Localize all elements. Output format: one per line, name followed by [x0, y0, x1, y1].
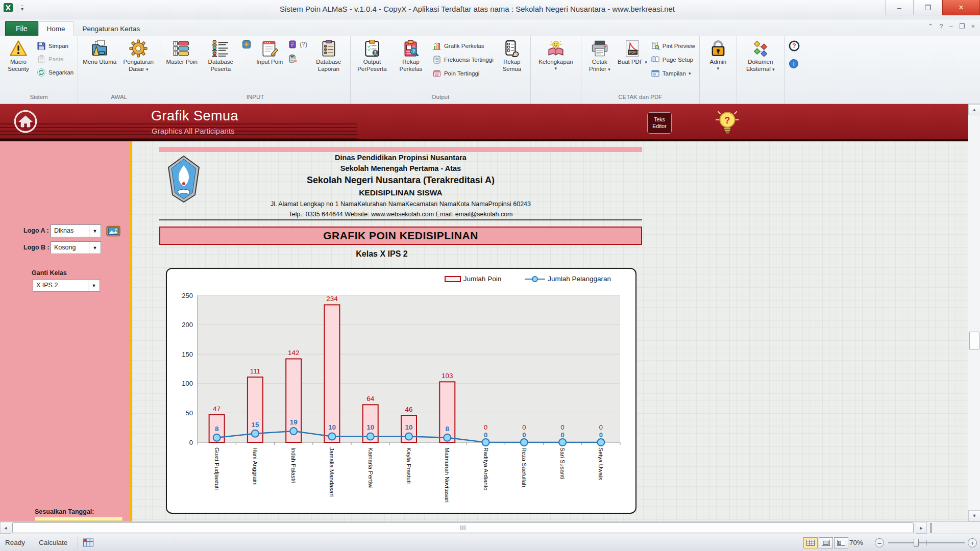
macro-security-button[interactable]: Macro Security: [2, 37, 35, 94]
rekap-semua-button[interactable]: Rekap Semua: [496, 37, 528, 94]
frekuensi-tertinggi-button[interactable]: Frekuensi Tertinggi: [432, 55, 494, 64]
paste-button[interactable]: Paste: [37, 55, 74, 64]
zoom-in-button[interactable]: +: [968, 538, 977, 547]
app-window: ▾ Sistem Poin ALMaS - v.1.0.4 - CopyX - …: [0, 0, 980, 551]
scroll-left-button[interactable]: ◄: [0, 522, 11, 534]
select-arrow-icon[interactable]: ▼: [88, 280, 100, 291]
vertical-scroll-thumb[interactable]: [969, 332, 979, 350]
cetak-printer-button[interactable]: Cetak Printer ▾: [583, 37, 616, 94]
tab-file[interactable]: File: [5, 21, 38, 36]
doc-line-dinas: Dinas Pendidikan Propinsi Nusantara: [159, 154, 642, 162]
workbook-restore-icon[interactable]: ❐: [959, 22, 965, 30]
puzzle-icon[interactable]: [242, 40, 251, 49]
logo-b-select[interactable]: Kosong ▼: [51, 241, 101, 254]
clipboard-add-icon[interactable]: [288, 54, 307, 63]
ribbon-group-awal: Menu Utama Pengaturan Dasar ▾ AWAL: [78, 36, 160, 104]
menu-utama-button[interactable]: Menu Utama: [80, 37, 119, 94]
view-page-break-button[interactable]: [834, 537, 848, 548]
svg-text:250: 250: [182, 292, 193, 299]
zoom-slider-thumb[interactable]: [914, 539, 919, 547]
ribbon-group-sistem: Macro Security Simpan Paste Segarkan: [0, 36, 78, 104]
svg-text:Sari Susanti: Sari Susanti: [559, 447, 566, 479]
zoom-out-button[interactable]: –: [875, 538, 884, 547]
svg-text:1: 1: [175, 41, 177, 45]
info-circle-icon[interactable]: i: [789, 59, 800, 71]
page-header-band: Grafik Semua Graphics All Participants T…: [0, 104, 968, 141]
tampilan-button[interactable]: Tampilan ▾: [651, 69, 695, 78]
logo-a-select[interactable]: Diknas ▼: [51, 224, 101, 237]
preview-magnifier-icon: [651, 41, 660, 51]
svg-text:Jamalia Mandasari: Jamalia Mandasari: [329, 447, 335, 497]
kelengkapan-button[interactable]: Kelengkapan▾: [533, 37, 579, 94]
tab-pengaturan-kertas[interactable]: Pengaturan Kertas: [74, 21, 149, 36]
teks-editor-button[interactable]: Teks Editor: [647, 112, 672, 134]
tanggal-input[interactable]: [35, 517, 122, 521]
legend-item-poin[interactable]: Jumlah Poin: [445, 275, 501, 283]
view-normal-button[interactable]: [803, 537, 818, 548]
image-picker-button[interactable]: [106, 224, 121, 238]
chart-area[interactable]: Jumlah Poin Jumlah Pelanggaran 050100150…: [166, 268, 636, 514]
select-arrow-icon[interactable]: ▼: [89, 225, 101, 237]
rekap-perkelas-button[interactable]: ? Rekap Perkelas: [391, 37, 430, 94]
svg-text:Maimunah Novitasari: Maimunah Novitasari: [444, 447, 450, 503]
svg-text:46: 46: [405, 406, 412, 413]
svg-text:200: 200: [182, 321, 193, 329]
workbook-minimize-icon[interactable]: –: [949, 22, 953, 30]
warning-icon: [9, 39, 28, 58]
dokumen-eksternal-button[interactable]: Dokumen Eksternal ▾: [739, 37, 782, 94]
page-setup-button[interactable]: Page Setup: [651, 55, 695, 64]
database-laporan-button[interactable]: Database Laporan: [309, 37, 348, 94]
view-page-layout-button[interactable]: [819, 537, 833, 548]
pint-preview-button[interactable]: Pint Preview: [651, 41, 695, 51]
calendar-icon: [432, 69, 442, 78]
status-bar: Ready Calculate 70% – +: [0, 534, 980, 551]
doc-line-kedisiplinan: KEDISIPLINAN SISWA: [159, 188, 642, 197]
simpan-button[interactable]: Simpan: [37, 41, 74, 51]
scroll-down-button[interactable]: ▼: [968, 510, 980, 521]
svg-text:0: 0: [599, 423, 603, 431]
segarkan-button[interactable]: Segarkan: [37, 68, 74, 77]
zoom-level[interactable]: 70%: [849, 539, 863, 546]
database-peserta-button[interactable]: Database Peserta: [201, 37, 240, 94]
legend-item-pelanggaran[interactable]: Jumlah Pelanggaran: [525, 275, 611, 283]
calculate-status[interactable]: Calculate: [39, 539, 67, 546]
ribbon-group-help: ? i: [785, 36, 804, 104]
bantuan-input-button[interactable]: (?): [288, 40, 307, 49]
group-label-awal: AWAL: [80, 94, 158, 104]
input-poin-button[interactable]: Input Poin: [253, 37, 286, 94]
help-circle-icon[interactable]: ?: [789, 40, 800, 54]
scroll-right-button[interactable]: ►: [916, 522, 927, 534]
logo-b-label: Logo B :: [23, 244, 50, 251]
collapse-ribbon-icon[interactable]: ⌃: [927, 22, 933, 30]
buat-pdf-button[interactable]: PDF Buat PDF ▾: [616, 37, 649, 94]
vertical-scrollbar[interactable]: ▲ ▼: [968, 104, 980, 521]
pdf-icon: PDF: [623, 39, 642, 58]
svg-text:Kamaria Pertiwi: Kamaria Pertiwi: [368, 447, 374, 489]
restore-button[interactable]: ❐: [914, 0, 942, 15]
svg-text:47: 47: [213, 405, 220, 413]
grafik-perkelas-button[interactable]: Grafik Perkelas: [432, 41, 494, 51]
ready-status: Ready: [5, 539, 25, 546]
chart-canvas: 0501001502002504711114223464461030000815…: [170, 287, 633, 513]
scrollbar-split-handle[interactable]: [930, 523, 932, 533]
scroll-up-button[interactable]: ▲: [968, 104, 980, 115]
horizontal-scroll-thumb[interactable]: [12, 522, 914, 533]
home-button[interactable]: [13, 109, 38, 134]
help-icon[interactable]: ?: [939, 22, 943, 30]
workbook-close-icon[interactable]: ×: [971, 22, 975, 30]
tab-home[interactable]: Home: [38, 21, 74, 36]
customize-quick-access-icon[interactable]: ▾: [21, 6, 23, 12]
poin-tertinggi-button[interactable]: Poin Tertinggi: [432, 69, 494, 78]
master-poin-button[interactable]: 123 Master Poin: [162, 37, 201, 94]
svg-text:8: 8: [446, 425, 450, 433]
kelas-select[interactable]: X IPS 2 ▼: [33, 279, 100, 292]
output-perpeserta-button[interactable]: Output PerPeserta: [353, 37, 391, 94]
admin-button[interactable]: Admin▾: [702, 37, 734, 94]
minimize-button[interactable]: –: [885, 0, 914, 15]
pengaturan-dasar-button[interactable]: Pengaturan Dasar ▾: [119, 37, 158, 94]
idea-bulb-icon[interactable]: ?: [714, 107, 741, 138]
horizontal-scrollbar[interactable]: ◄ ►: [0, 521, 980, 534]
macro-record-icon[interactable]: [83, 538, 94, 548]
select-arrow-icon[interactable]: ▼: [89, 242, 101, 254]
close-button[interactable]: ×: [942, 0, 980, 15]
